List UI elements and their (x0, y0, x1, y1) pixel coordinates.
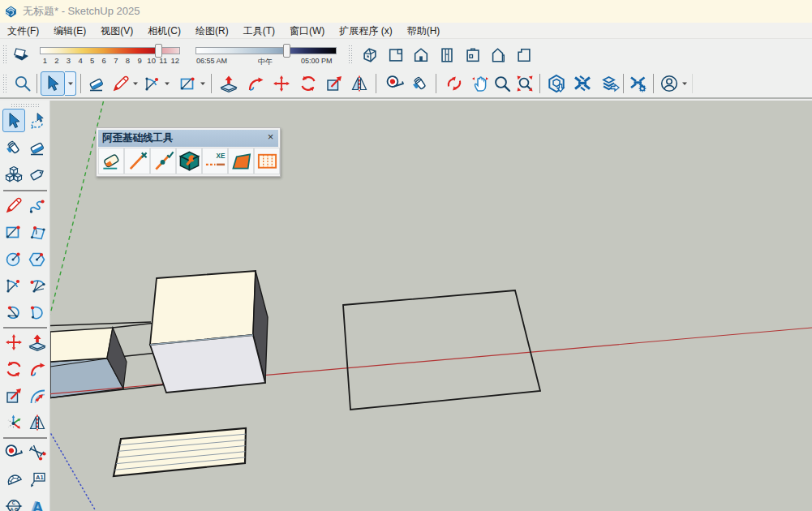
lts-text-button[interactable] (26, 467, 49, 491)
date-tick: 5 (86, 56, 98, 65)
rotate-icon (299, 74, 318, 93)
lts-components-button[interactable] (2, 162, 25, 186)
lts-scale-button[interactable] (2, 384, 25, 407)
plugin-toolbar-window[interactable]: 阿歪基础线工具 × (96, 127, 281, 177)
select-tool-button[interactable] (41, 71, 65, 96)
lts-line-button[interactable] (2, 193, 25, 217)
extension-manager-button[interactable] (626, 71, 651, 96)
lts-polygon-button[interactable] (26, 247, 49, 270)
lts-follow-me-button[interactable] (26, 357, 49, 380)
menu-tools[interactable]: 工具(T) (236, 23, 282, 39)
zoom-tool-button[interactable] (490, 71, 514, 96)
lts-move-button[interactable] (2, 330, 25, 354)
paint-bucket-icon (4, 138, 24, 157)
lts-axes-button[interactable] (2, 410, 25, 434)
lts-two-point-arc-button[interactable] (2, 273, 25, 297)
lts-push-pull-button[interactable] (26, 330, 49, 354)
shadows-toolbar-grip[interactable] (2, 45, 6, 64)
plugin-toolbar-titlebar[interactable]: 阿歪基础线工具 (98, 130, 278, 147)
pie-icon (28, 303, 47, 322)
lts-circle-button[interactable] (2, 247, 25, 270)
scale-tool-button[interactable] (322, 71, 346, 96)
left-view-button[interactable] (486, 43, 510, 67)
3d-warehouse-button[interactable] (570, 71, 595, 96)
plugin-line-eraser-button[interactable] (98, 148, 124, 174)
menu-file[interactable]: 文件(F) (0, 23, 46, 39)
bottom-view-button[interactable] (512, 43, 536, 67)
menu-extensions[interactable]: 扩展程序 (x) (332, 23, 399, 39)
lts-rotated-rectangle-button[interactable] (26, 220, 49, 243)
menu-draw[interactable]: 绘图(R) (188, 23, 236, 39)
arc-tool-button[interactable] (140, 71, 165, 96)
eraser-tool-button[interactable] (84, 71, 109, 96)
toolbar-separator (623, 74, 624, 93)
extension-warehouse-button[interactable] (544, 71, 569, 96)
tape-measure-tool-button[interactable] (383, 71, 407, 96)
send-to-layout-button[interactable] (598, 71, 622, 96)
lts-compass-axes-button[interactable] (2, 494, 25, 511)
front-view-button[interactable] (409, 43, 433, 67)
plugin-divide-button[interactable] (254, 148, 280, 174)
top-view-button[interactable] (384, 43, 408, 67)
getting-started-grip[interactable] (2, 74, 6, 93)
lts-pie-button[interactable] (26, 300, 49, 324)
small-box-top-face (50, 328, 113, 362)
zoom-extents-button[interactable] (513, 71, 537, 96)
search-sketchup-button[interactable] (11, 71, 35, 96)
rectangle-tool-button[interactable] (176, 71, 200, 96)
account-dropdown[interactable] (681, 71, 689, 96)
lts-freehand-button[interactable] (26, 193, 49, 217)
line-tool-button[interactable] (109, 71, 133, 96)
paint-bucket-tool-button[interactable] (408, 71, 432, 96)
large-tool-set-grip[interactable] (11, 103, 40, 107)
back-view-button[interactable] (461, 43, 485, 67)
pan-tool-button[interactable] (468, 71, 492, 96)
plugin-check-line-button[interactable] (150, 148, 176, 174)
lts-protractor-button[interactable] (2, 467, 25, 491)
lts-dimension-button[interactable] (26, 440, 49, 464)
menu-help[interactable]: 帮助(H) (400, 23, 448, 39)
lts-tape-measure-button[interactable] (2, 440, 25, 464)
plugin-face-button[interactable] (228, 148, 254, 174)
select-tool-dropdown[interactable] (65, 71, 76, 96)
lts-3d-text-button[interactable] (26, 494, 49, 511)
lts-flip-button[interactable] (26, 410, 49, 434)
lts-rotate-button[interactable] (2, 357, 25, 380)
date-tick: 7 (110, 56, 122, 65)
date-tick: 4 (75, 56, 87, 65)
flip-tool-button[interactable] (347, 71, 372, 96)
menu-edit[interactable]: 编辑(E) (46, 23, 93, 39)
rotate-tool-button[interactable] (296, 71, 320, 96)
iso-view-button[interactable] (358, 43, 382, 67)
lts-arc-button[interactable] (26, 273, 49, 297)
lts-offset-button[interactable] (26, 384, 49, 407)
plugin-close-button[interactable]: × (264, 130, 277, 144)
push-pull-tool-button[interactable] (217, 71, 241, 96)
plugin-delete-line-button[interactable] (124, 148, 150, 174)
lts-paint-bucket-button[interactable] (2, 135, 25, 159)
arc-tool-dropdown[interactable] (163, 71, 171, 96)
lts-rectangle-button[interactable] (2, 220, 25, 243)
lts-lasso-button[interactable] (26, 109, 49, 132)
menu-view[interactable]: 视图(V) (93, 23, 140, 39)
right-view-button[interactable] (435, 43, 459, 67)
move-tool-button[interactable] (269, 71, 294, 96)
lts-eraser-button[interactable] (26, 135, 49, 159)
shadow-time-slider-track[interactable] (195, 47, 337, 54)
lts-select-button[interactable] (2, 109, 25, 132)
lts-tag-button[interactable] (26, 162, 49, 186)
lts-three-point-arc-button[interactable] (2, 300, 25, 324)
plugin-xe-line-button[interactable] (202, 148, 228, 174)
shadow-time-slider-thumb[interactable] (283, 44, 290, 58)
follow-me-tool-button[interactable] (243, 71, 268, 96)
plugin-settings-button[interactable] (176, 148, 202, 174)
toggle-shadows-button[interactable] (9, 42, 33, 67)
orbit-tool-button[interactable] (442, 71, 466, 96)
account-button[interactable] (657, 71, 681, 96)
menu-camera[interactable]: 相机(C) (140, 23, 188, 39)
menu-window[interactable]: 窗口(W) (282, 23, 332, 39)
line-tool-dropdown[interactable] (131, 71, 140, 96)
rectangle-tool-dropdown[interactable] (199, 71, 207, 96)
views-toolbar-grip[interactable] (348, 45, 352, 64)
extension-manager-icon (629, 74, 648, 93)
